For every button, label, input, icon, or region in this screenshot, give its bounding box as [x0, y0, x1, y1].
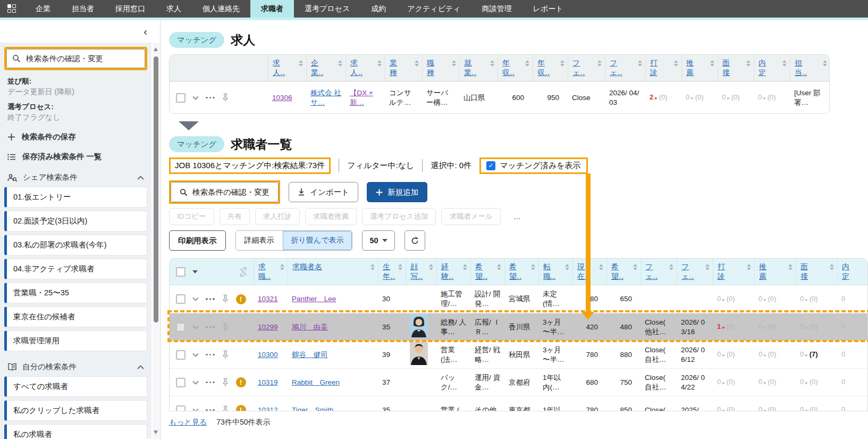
sort-icon[interactable]	[462, 262, 469, 270]
unlink-icon[interactable]	[239, 267, 248, 277]
sort-icon[interactable]	[746, 262, 753, 270]
bulk-action-button[interactable]: 求職者メール	[441, 208, 501, 225]
sort-icon[interactable]	[709, 58, 717, 67]
row-checkbox[interactable]	[176, 405, 186, 412]
column-header[interactable]: 求 人‥	[268, 55, 306, 81]
column-header[interactable]: 年 収‥	[498, 55, 533, 81]
column-header[interactable]: フ ェ‥	[605, 55, 645, 81]
column-header[interactable]: 担 当‥	[790, 55, 830, 81]
nav-tab-採用窓口[interactable]: 採用窓口	[105, 0, 156, 18]
column-header[interactable]: 内 定	[754, 55, 790, 81]
sort-icon[interactable]	[829, 262, 836, 270]
column-header[interactable]: 顔 写‥	[406, 259, 436, 285]
nav-tab-選考プロセス[interactable]: 選考プロセス	[294, 0, 360, 18]
share-search-section-header[interactable]: シェア検索条件	[7, 172, 144, 183]
column-header[interactable]: 職 種	[422, 55, 459, 81]
sort-icon[interactable]	[559, 58, 567, 67]
sort-icon[interactable]	[668, 262, 676, 270]
sort-icon[interactable]	[279, 262, 286, 270]
column-header[interactable]: 内 定	[837, 259, 868, 285]
ellipsis-menu-icon[interactable]	[206, 326, 215, 328]
sort-icon[interactable]	[704, 262, 712, 270]
nav-tab-アクティビティ[interactable]: アクティビティ	[397, 0, 471, 18]
sort-icon[interactable]	[637, 58, 644, 67]
add-new-button[interactable]: 新規追加	[367, 182, 427, 202]
ellipsis-menu-icon[interactable]	[206, 382, 215, 384]
sort-icon[interactable]	[397, 262, 404, 270]
column-header[interactable]: 希 望‥	[470, 259, 504, 285]
sort-icon[interactable]	[632, 262, 639, 270]
chevron-down-icon[interactable]	[192, 325, 199, 329]
bulk-action-button[interactable]: IDコピー	[169, 208, 214, 225]
bulk-action-button[interactable]: 共有	[220, 208, 250, 225]
saved-search-item[interactable]: 02.面談予定(3日以内)	[4, 211, 147, 231]
sort-icon[interactable]	[376, 58, 384, 67]
saved-search-item[interactable]: 求職管理簿用	[4, 330, 147, 351]
saved-search-item[interactable]: 営業職・25〜35	[4, 283, 147, 303]
sort-icon[interactable]	[787, 262, 795, 270]
chevron-down-icon[interactable]	[192, 380, 199, 385]
column-header[interactable]: 打 診	[645, 55, 681, 81]
nav-tab-レポート[interactable]: レポート	[523, 0, 574, 18]
row-checkbox[interactable]	[176, 93, 186, 103]
import-button[interactable]: インポート	[289, 182, 358, 202]
saved-search-item[interactable]: 東京在住の候補者	[4, 307, 147, 327]
candidate-id-link[interactable]: 10300	[254, 349, 288, 361]
column-header[interactable]: 希 望‥	[504, 259, 538, 285]
candidate-id-link[interactable]: 10299	[254, 321, 288, 333]
column-header[interactable]: フ ェ‥	[677, 259, 713, 285]
chevron-down-icon[interactable]	[192, 96, 199, 100]
column-header[interactable]: 希 望‥	[606, 259, 641, 285]
candidate-row[interactable]: 10300鶴谷 健司39営業 (法…経営/ 戦略…秋田県3ヶ月 〜半…78088…	[170, 341, 867, 368]
column-header[interactable]: 推 薦	[754, 259, 796, 285]
nav-tab-商談管理[interactable]: 商談管理	[471, 0, 523, 18]
nav-tab-求人[interactable]: 求人	[156, 0, 192, 18]
candidate-row[interactable]: 10299鳩川 由美35総務/ 人事…広報/ ＩＲ…香川県3ヶ月 〜半…4204…	[170, 313, 867, 341]
save-search-condition-button[interactable]: 検索条件の保存	[7, 132, 144, 142]
column-header[interactable]: 求 職‥	[254, 259, 288, 285]
column-header[interactable]: 転 職‥	[538, 259, 572, 285]
candidate-row[interactable]: !10319Rabbit Green37バッ ク/…運用/ 資金…京都府1年以 …	[170, 368, 867, 396]
candidate-name-link[interactable]: Panther Lee	[288, 293, 378, 305]
sidebar-search-conditions-button[interactable]: 検索条件の確認・変更	[6, 49, 145, 68]
bulk-action-button[interactable]: 選考プロセス追加	[362, 208, 436, 225]
show-matched-toggle[interactable]: ✓ マッチング済みを表示	[479, 158, 587, 174]
sort-icon[interactable]	[822, 58, 829, 67]
pin-icon[interactable]	[222, 405, 229, 412]
sort-icon[interactable]	[489, 58, 496, 67]
sort-icon[interactable]	[745, 58, 753, 67]
print-view-button[interactable]: 印刷用表示	[169, 230, 226, 251]
saved-search-item[interactable]: すべての求職者	[4, 376, 147, 397]
app-grid-icon[interactable]	[7, 4, 16, 13]
column-header[interactable]: 求職者名	[288, 259, 378, 285]
sort-icon[interactable]	[414, 58, 421, 67]
detail-view-button[interactable]: 詳細表示	[236, 231, 283, 250]
column-header[interactable]: 求 人‥	[345, 55, 385, 81]
sort-icon[interactable]	[530, 262, 537, 270]
column-header[interactable]: フ ェ‥	[568, 55, 605, 81]
checked-checkbox[interactable]: ✓	[486, 161, 495, 170]
nav-tab-担当者[interactable]: 担当者	[61, 0, 105, 18]
column-header[interactable]: 生 年‥	[378, 259, 406, 285]
ellipsis-menu-icon[interactable]	[206, 354, 215, 356]
sort-icon[interactable]	[428, 262, 435, 270]
job-id-link[interactable]: 10306	[268, 92, 306, 104]
company-link[interactable]: 株式会 社サ…	[306, 87, 345, 108]
saved-search-item[interactable]: 私の求職者	[4, 424, 147, 439]
chevron-up-icon[interactable]	[137, 176, 144, 180]
candidate-name-link[interactable]: Rabbit Green	[288, 377, 378, 388]
column-header[interactable]: 業 種	[385, 55, 422, 81]
sort-icon[interactable]	[598, 262, 605, 270]
job-row[interactable]: 10306株式会 社サ…【DX ×新…コンサ ルテ…サーバ ー構…山口県6009…	[170, 81, 829, 113]
sort-icon[interactable]	[673, 58, 680, 67]
row-checkbox[interactable]	[176, 294, 186, 304]
sidebar-collapse-button[interactable]: ‹	[144, 26, 147, 37]
chevron-down-icon[interactable]	[192, 270, 198, 274]
row-checkbox[interactable]	[176, 378, 186, 387]
select-all-checkbox[interactable]	[176, 267, 186, 277]
candidate-name-link[interactable]: 鶴谷 健司	[288, 349, 378, 361]
row-checkbox[interactable]	[176, 322, 186, 332]
my-search-section-header[interactable]: 自分の検索条件	[7, 362, 144, 372]
sort-icon[interactable]	[781, 58, 789, 67]
column-header[interactable]: 推 薦	[681, 55, 718, 81]
